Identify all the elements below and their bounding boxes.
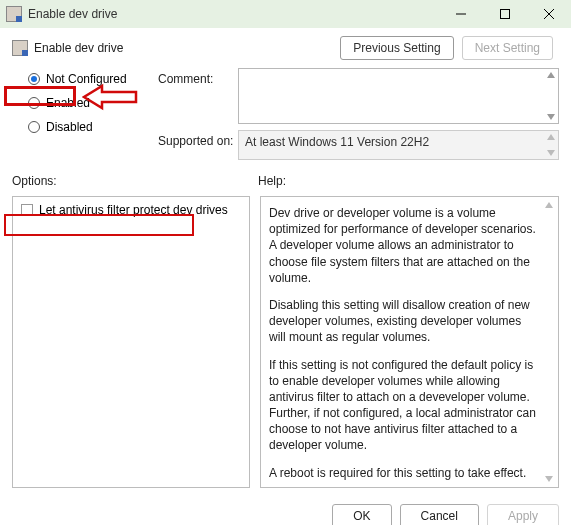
supported-on-label: Supported on: bbox=[158, 130, 238, 148]
title-bar: Enable dev drive bbox=[0, 0, 571, 28]
close-button[interactable] bbox=[527, 0, 571, 28]
scroll-down-icon[interactable] bbox=[544, 147, 558, 159]
radio-label: Disabled bbox=[46, 120, 93, 134]
options-label: Options: bbox=[12, 174, 57, 188]
radio-icon bbox=[28, 73, 40, 85]
help-text: If this setting is not configured the de… bbox=[269, 357, 538, 454]
options-panel: Let antivirus filter protect dev drives bbox=[12, 196, 250, 488]
radio-icon bbox=[28, 121, 40, 133]
comment-textbox[interactable] bbox=[238, 68, 559, 124]
maximize-button[interactable] bbox=[483, 0, 527, 28]
radio-disabled[interactable]: Disabled bbox=[28, 116, 158, 138]
radio-not-configured[interactable]: Not Configured bbox=[28, 68, 158, 90]
radio-label: Enabled bbox=[46, 96, 90, 110]
radio-label: Not Configured bbox=[46, 72, 127, 86]
policy-icon bbox=[12, 40, 28, 56]
minimize-button[interactable] bbox=[439, 0, 483, 28]
next-setting-button[interactable]: Next Setting bbox=[462, 36, 553, 60]
radio-icon bbox=[28, 97, 40, 109]
scroll-down-icon[interactable] bbox=[544, 111, 558, 123]
comment-label: Comment: bbox=[158, 68, 238, 86]
ok-button[interactable]: OK bbox=[332, 504, 391, 525]
checkbox-icon bbox=[21, 204, 33, 216]
scroll-up-icon[interactable] bbox=[544, 69, 558, 81]
apply-button[interactable]: Apply bbox=[487, 504, 559, 525]
svg-rect-1 bbox=[501, 10, 510, 19]
app-icon bbox=[6, 6, 22, 22]
help-text: A reboot is required for this setting to… bbox=[269, 465, 538, 481]
policy-title: Enable dev drive bbox=[34, 41, 340, 55]
previous-setting-button[interactable]: Previous Setting bbox=[340, 36, 453, 60]
window-title: Enable dev drive bbox=[28, 7, 439, 21]
cancel-button[interactable]: Cancel bbox=[400, 504, 479, 525]
scroll-up-icon[interactable] bbox=[542, 199, 556, 211]
help-text: Disabling this setting will disallow cre… bbox=[269, 297, 538, 346]
checkbox-label: Let antivirus filter protect dev drives bbox=[39, 203, 228, 217]
radio-enabled[interactable]: Enabled bbox=[28, 92, 158, 114]
scroll-up-icon[interactable] bbox=[544, 131, 558, 143]
help-label: Help: bbox=[258, 174, 286, 188]
supported-on-value: At least Windows 11 Version 22H2 bbox=[238, 130, 559, 160]
antivirus-option[interactable]: Let antivirus filter protect dev drives bbox=[13, 197, 249, 223]
help-text: Dev drive or developer volume is a volum… bbox=[269, 205, 538, 286]
scroll-down-icon[interactable] bbox=[542, 473, 556, 485]
help-panel: Dev drive or developer volume is a volum… bbox=[260, 196, 559, 488]
